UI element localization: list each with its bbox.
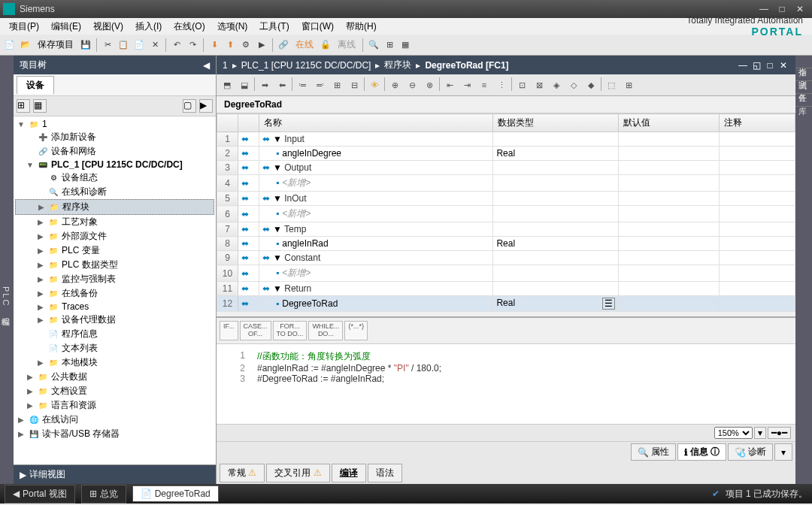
detail-view-header[interactable]: ▶详细视图 [14,464,216,484]
zoom-slider-icon[interactable]: ━●━ [768,427,791,439]
et-icon[interactable]: ⊞ [329,77,344,92]
tree-node[interactable]: ▶📁文档设置 [15,384,214,398]
go-online-icon[interactable]: 🔗 [277,38,290,52]
tree-node[interactable]: ▶📁本地模块 [15,355,214,370]
open-project-icon[interactable]: 📂 [19,38,32,52]
tree-node[interactable]: ▶📁工艺对象 [15,215,214,229]
et-icon[interactable]: ◈ [549,77,564,92]
menu-item[interactable]: 选项(N) [211,20,254,33]
compile-icon[interactable]: ⚙ [239,38,253,52]
menu-item[interactable]: 帮助(H) [340,20,383,33]
et-icon[interactable]: ≡ [477,77,492,92]
simulate-icon[interactable]: ▶ [255,38,268,52]
copy-icon[interactable]: 📋 [117,38,130,52]
tree-node[interactable]: ⚙设备组态 [15,171,214,185]
et-icon[interactable]: ⊞ [621,77,636,92]
menu-item[interactable]: 窗口(W) [295,20,340,33]
table-row[interactable]: 8⬌▪angleInRadReal [217,237,795,251]
right-tab[interactable]: 测试 [795,68,812,81]
undo-icon[interactable]: ↶ [170,38,183,52]
devices-tab[interactable]: 设备 [17,76,54,94]
code-line[interactable]: 1//函数功能：角度转换为弧度 [223,350,789,363]
new-project-icon[interactable]: 📄 [3,38,17,52]
tree-node[interactable]: 🔗设备和网络 [15,144,214,159]
info-dropdown-icon[interactable]: ▾ [774,443,792,461]
code-template-button[interactable]: (*...*) [344,321,368,340]
current-block-button[interactable]: 📄 DegreeToRad [132,485,219,502]
table-row[interactable]: 9⬌⬌▼ Constant [217,251,795,265]
tree-node[interactable]: ▶📁在线备份 [15,286,214,301]
et-icon[interactable]: ◇ [566,77,581,92]
et-outdent-icon[interactable]: ⇥ [459,77,474,92]
online-button[interactable]: 在线 [292,38,317,51]
bottom-tab[interactable]: 交叉引用 ⚠ [266,464,329,482]
paste-icon[interactable]: 📄 [132,38,146,52]
breadcrumb-root[interactable]: 1 [223,60,228,71]
et-icon[interactable]: ⊡ [514,77,529,92]
code-template-button[interactable]: CASE...OF... [240,321,271,340]
editor-maximize-icon[interactable]: □ [764,60,776,71]
et-icon[interactable]: ≔ [295,77,310,92]
download-icon[interactable]: ⬇ [208,38,221,52]
tree-node[interactable]: ▶📁Traces [15,301,214,313]
breadcrumb-plc[interactable]: PLC_1 [CPU 1215C DC/DC/DC] [241,60,371,71]
table-row[interactable]: 2⬌▪angleInDegreeReal [217,147,795,161]
project-tree[interactable]: ▼📁1➕添加新设备🔗设备和网络▼📟PLC_1 [CPU 1215C DC/DC/… [14,116,216,464]
menu-item[interactable]: 插入(I) [129,20,168,33]
right-tab[interactable]: 指令 [795,56,812,68]
minimize-button[interactable]: — [755,4,773,14]
offline-button[interactable]: 离线 [335,38,359,51]
code-line[interactable]: 3#DegreeToRad := #angleInRad; [223,373,789,384]
menu-item[interactable]: 视图(V) [87,20,129,33]
et-icon[interactable]: ⊖ [404,77,420,92]
table-row[interactable]: 12⬌▪DegreeToRadReal ☰ [217,296,795,312]
table-row[interactable]: 4⬌▪<新增> [217,175,795,192]
portal-view-button[interactable]: ◀ Portal 视图 [5,485,75,503]
et-icon[interactable]: ⊟ [347,77,362,92]
table-row[interactable]: 1⬌⬌▼ Input [217,132,795,147]
tree-node[interactable]: ▶💾读卡器/USB 存储器 [15,427,214,441]
et-icon[interactable]: ⊠ [532,77,547,92]
tree-node[interactable]: ➕添加新设备 [15,130,214,144]
tree-node[interactable]: ▶📁程序块 [15,199,214,215]
table-row[interactable]: 10⬌▪<新增> [217,265,795,282]
code-template-button[interactable]: FOR...TO DO... [273,321,308,340]
tree-node[interactable]: ▶🌐在线访问 [15,413,214,427]
tree-tool-2[interactable]: ▦ [33,99,47,113]
editor-restore-icon[interactable]: ◱ [750,60,762,71]
tree-node[interactable]: ▶📁外部源文件 [15,229,214,243]
tree-node[interactable]: ▶📁语言和资源 [15,398,214,413]
tree-node[interactable]: ▶📁公共数据 [15,370,214,384]
et-indent-icon[interactable]: ⇤ [442,77,457,92]
table-row[interactable]: 3⬌⬌▼ Output [217,161,795,175]
et-icon[interactable]: ⋮ [494,77,509,92]
et-icon[interactable]: ⬒ [220,77,235,92]
overview-button[interactable]: ⊞ 总览 [81,485,126,503]
breadcrumb-blocks[interactable]: 程序块 [384,59,411,71]
table-row[interactable]: 6⬌▪<新增> [217,206,795,222]
tree-tool-1[interactable]: ⊞ [17,99,30,113]
table-row[interactable]: 11⬌⬌▼ Return [217,282,795,296]
info-tab[interactable]: ℹ信息 ⓘ [677,443,726,461]
left-sidebar[interactable]: PLC 编程 [0,56,14,484]
tree-node[interactable]: ▼📟PLC_1 [CPU 1215C DC/DC/DC] [15,159,214,171]
save-icon[interactable]: 💾 [79,38,92,52]
right-tab[interactable]: 库 [795,94,812,107]
tree-node[interactable]: ▼📁1 [15,118,214,130]
code-template-button[interactable]: IF... [220,321,238,340]
cut-icon[interactable]: ✂ [101,38,114,52]
editor-minimize-icon[interactable]: — [737,60,749,71]
menu-item[interactable]: 在线(O) [168,20,211,33]
tree-node[interactable]: ▶📁监控与强制表 [15,272,214,286]
zoom-select[interactable]: 150% [714,427,753,439]
et-monitor-icon[interactable]: 👁 [367,77,382,92]
maximize-button[interactable]: □ [773,4,791,14]
menu-item[interactable]: 编辑(E) [45,20,87,33]
tree-node[interactable]: ▶📁设备代理数据 [15,313,214,327]
code-editor[interactable]: 1//函数功能：角度转换为弧度2#angleInRad := #angleInD… [217,344,795,424]
menu-item[interactable]: 项目(P) [3,20,45,33]
right-tab[interactable]: 任务 [795,81,812,94]
variable-table[interactable]: 名称数据类型默认值注释1⬌⬌▼ Input2⬌▪angleInDegreeRea… [217,113,795,312]
upload-icon[interactable]: ⬆ [223,38,237,52]
diagnostics-tab[interactable]: 🩺诊断 [728,443,773,461]
